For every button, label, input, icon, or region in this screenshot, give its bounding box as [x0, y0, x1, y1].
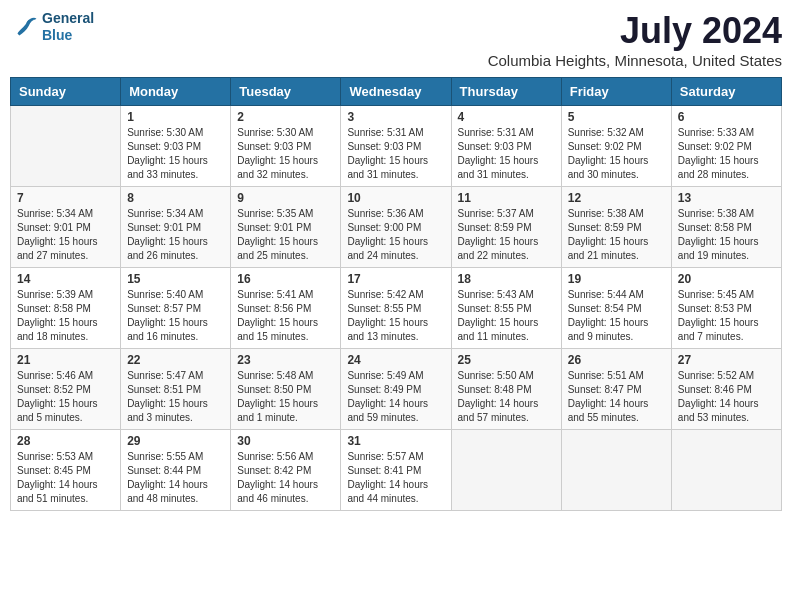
day-number: 22 — [127, 353, 224, 367]
day-number: 25 — [458, 353, 555, 367]
day-number: 14 — [17, 272, 114, 286]
day-number: 2 — [237, 110, 334, 124]
day-number: 27 — [678, 353, 775, 367]
calendar-cell: 10Sunrise: 5:36 AM Sunset: 9:00 PM Dayli… — [341, 187, 451, 268]
calendar-cell — [671, 430, 781, 511]
day-header-monday: Monday — [121, 78, 231, 106]
day-number: 18 — [458, 272, 555, 286]
calendar-cell: 6Sunrise: 5:33 AM Sunset: 9:02 PM Daylig… — [671, 106, 781, 187]
calendar-table: SundayMondayTuesdayWednesdayThursdayFrid… — [10, 77, 782, 511]
day-number: 3 — [347, 110, 444, 124]
calendar-cell — [561, 430, 671, 511]
calendar-cell: 13Sunrise: 5:38 AM Sunset: 8:58 PM Dayli… — [671, 187, 781, 268]
day-info: Sunrise: 5:34 AM Sunset: 9:01 PM Dayligh… — [127, 207, 224, 263]
day-number: 30 — [237, 434, 334, 448]
location: Columbia Heights, Minnesota, United Stat… — [488, 52, 782, 69]
day-number: 15 — [127, 272, 224, 286]
calendar-cell: 20Sunrise: 5:45 AM Sunset: 8:53 PM Dayli… — [671, 268, 781, 349]
day-info: Sunrise: 5:44 AM Sunset: 8:54 PM Dayligh… — [568, 288, 665, 344]
day-number: 8 — [127, 191, 224, 205]
day-number: 10 — [347, 191, 444, 205]
day-info: Sunrise: 5:31 AM Sunset: 9:03 PM Dayligh… — [458, 126, 555, 182]
day-info: Sunrise: 5:30 AM Sunset: 9:03 PM Dayligh… — [127, 126, 224, 182]
logo-icon — [10, 13, 38, 41]
day-info: Sunrise: 5:55 AM Sunset: 8:44 PM Dayligh… — [127, 450, 224, 506]
calendar-cell: 9Sunrise: 5:35 AM Sunset: 9:01 PM Daylig… — [231, 187, 341, 268]
day-info: Sunrise: 5:38 AM Sunset: 8:59 PM Dayligh… — [568, 207, 665, 263]
day-info: Sunrise: 5:52 AM Sunset: 8:46 PM Dayligh… — [678, 369, 775, 425]
day-info: Sunrise: 5:43 AM Sunset: 8:55 PM Dayligh… — [458, 288, 555, 344]
day-number: 5 — [568, 110, 665, 124]
calendar-cell: 8Sunrise: 5:34 AM Sunset: 9:01 PM Daylig… — [121, 187, 231, 268]
day-number: 11 — [458, 191, 555, 205]
calendar-cell: 22Sunrise: 5:47 AM Sunset: 8:51 PM Dayli… — [121, 349, 231, 430]
day-info: Sunrise: 5:50 AM Sunset: 8:48 PM Dayligh… — [458, 369, 555, 425]
calendar-cell: 18Sunrise: 5:43 AM Sunset: 8:55 PM Dayli… — [451, 268, 561, 349]
day-number: 26 — [568, 353, 665, 367]
week-row-4: 21Sunrise: 5:46 AM Sunset: 8:52 PM Dayli… — [11, 349, 782, 430]
calendar-cell: 5Sunrise: 5:32 AM Sunset: 9:02 PM Daylig… — [561, 106, 671, 187]
day-number: 19 — [568, 272, 665, 286]
week-row-5: 28Sunrise: 5:53 AM Sunset: 8:45 PM Dayli… — [11, 430, 782, 511]
day-info: Sunrise: 5:33 AM Sunset: 9:02 PM Dayligh… — [678, 126, 775, 182]
calendar-cell: 1Sunrise: 5:30 AM Sunset: 9:03 PM Daylig… — [121, 106, 231, 187]
day-number: 28 — [17, 434, 114, 448]
day-header-friday: Friday — [561, 78, 671, 106]
day-info: Sunrise: 5:31 AM Sunset: 9:03 PM Dayligh… — [347, 126, 444, 182]
day-header-thursday: Thursday — [451, 78, 561, 106]
calendar-cell: 19Sunrise: 5:44 AM Sunset: 8:54 PM Dayli… — [561, 268, 671, 349]
day-info: Sunrise: 5:42 AM Sunset: 8:55 PM Dayligh… — [347, 288, 444, 344]
logo-text: General Blue — [42, 10, 94, 44]
day-info: Sunrise: 5:53 AM Sunset: 8:45 PM Dayligh… — [17, 450, 114, 506]
day-info: Sunrise: 5:37 AM Sunset: 8:59 PM Dayligh… — [458, 207, 555, 263]
day-number: 12 — [568, 191, 665, 205]
calendar-cell: 26Sunrise: 5:51 AM Sunset: 8:47 PM Dayli… — [561, 349, 671, 430]
day-number: 1 — [127, 110, 224, 124]
day-number: 23 — [237, 353, 334, 367]
calendar-cell: 30Sunrise: 5:56 AM Sunset: 8:42 PM Dayli… — [231, 430, 341, 511]
day-info: Sunrise: 5:32 AM Sunset: 9:02 PM Dayligh… — [568, 126, 665, 182]
calendar-cell: 21Sunrise: 5:46 AM Sunset: 8:52 PM Dayli… — [11, 349, 121, 430]
day-header-tuesday: Tuesday — [231, 78, 341, 106]
day-number: 20 — [678, 272, 775, 286]
calendar-cell: 23Sunrise: 5:48 AM Sunset: 8:50 PM Dayli… — [231, 349, 341, 430]
day-info: Sunrise: 5:45 AM Sunset: 8:53 PM Dayligh… — [678, 288, 775, 344]
day-number: 29 — [127, 434, 224, 448]
calendar-header-row: SundayMondayTuesdayWednesdayThursdayFrid… — [11, 78, 782, 106]
day-header-saturday: Saturday — [671, 78, 781, 106]
day-info: Sunrise: 5:46 AM Sunset: 8:52 PM Dayligh… — [17, 369, 114, 425]
day-info: Sunrise: 5:39 AM Sunset: 8:58 PM Dayligh… — [17, 288, 114, 344]
page-header: General Blue July 2024 Columbia Heights,… — [10, 10, 782, 69]
day-info: Sunrise: 5:51 AM Sunset: 8:47 PM Dayligh… — [568, 369, 665, 425]
day-info: Sunrise: 5:47 AM Sunset: 8:51 PM Dayligh… — [127, 369, 224, 425]
calendar-cell: 4Sunrise: 5:31 AM Sunset: 9:03 PM Daylig… — [451, 106, 561, 187]
calendar-cell — [11, 106, 121, 187]
calendar-cell: 7Sunrise: 5:34 AM Sunset: 9:01 PM Daylig… — [11, 187, 121, 268]
day-info: Sunrise: 5:38 AM Sunset: 8:58 PM Dayligh… — [678, 207, 775, 263]
month-title: July 2024 — [488, 10, 782, 52]
logo: General Blue — [10, 10, 94, 44]
day-header-sunday: Sunday — [11, 78, 121, 106]
calendar-cell: 27Sunrise: 5:52 AM Sunset: 8:46 PM Dayli… — [671, 349, 781, 430]
day-number: 4 — [458, 110, 555, 124]
day-number: 6 — [678, 110, 775, 124]
calendar-cell: 24Sunrise: 5:49 AM Sunset: 8:49 PM Dayli… — [341, 349, 451, 430]
calendar-cell: 17Sunrise: 5:42 AM Sunset: 8:55 PM Dayli… — [341, 268, 451, 349]
day-info: Sunrise: 5:48 AM Sunset: 8:50 PM Dayligh… — [237, 369, 334, 425]
week-row-1: 1Sunrise: 5:30 AM Sunset: 9:03 PM Daylig… — [11, 106, 782, 187]
day-header-wednesday: Wednesday — [341, 78, 451, 106]
calendar-cell: 14Sunrise: 5:39 AM Sunset: 8:58 PM Dayli… — [11, 268, 121, 349]
day-info: Sunrise: 5:30 AM Sunset: 9:03 PM Dayligh… — [237, 126, 334, 182]
day-number: 9 — [237, 191, 334, 205]
day-number: 13 — [678, 191, 775, 205]
week-row-3: 14Sunrise: 5:39 AM Sunset: 8:58 PM Dayli… — [11, 268, 782, 349]
calendar-cell: 2Sunrise: 5:30 AM Sunset: 9:03 PM Daylig… — [231, 106, 341, 187]
day-number: 7 — [17, 191, 114, 205]
day-info: Sunrise: 5:40 AM Sunset: 8:57 PM Dayligh… — [127, 288, 224, 344]
day-info: Sunrise: 5:56 AM Sunset: 8:42 PM Dayligh… — [237, 450, 334, 506]
day-number: 31 — [347, 434, 444, 448]
title-block: July 2024 Columbia Heights, Minnesota, U… — [488, 10, 782, 69]
calendar-cell: 25Sunrise: 5:50 AM Sunset: 8:48 PM Dayli… — [451, 349, 561, 430]
day-info: Sunrise: 5:36 AM Sunset: 9:00 PM Dayligh… — [347, 207, 444, 263]
day-info: Sunrise: 5:35 AM Sunset: 9:01 PM Dayligh… — [237, 207, 334, 263]
